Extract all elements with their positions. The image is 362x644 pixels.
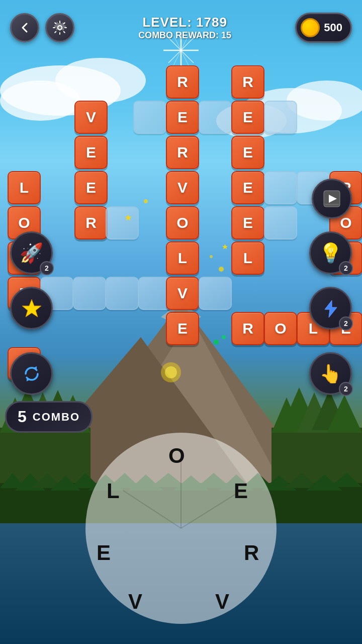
tile-r3c7: E bbox=[231, 136, 264, 169]
level-display: LEVEL: 1789 bbox=[138, 15, 231, 30]
video-button[interactable] bbox=[312, 179, 352, 219]
svg-line-69 bbox=[181, 491, 241, 528]
tile-r2c6-empty bbox=[199, 101, 232, 134]
wheel-letter-v1[interactable]: V bbox=[128, 590, 142, 614]
wheel-letter-v2[interactable]: V bbox=[215, 590, 229, 614]
combo-reward-display: COMBO REWARD: 15 bbox=[138, 30, 231, 41]
tile-r4c2: E bbox=[74, 171, 108, 204]
tile-r2c7: E bbox=[231, 101, 264, 134]
tile-r2c5: E bbox=[166, 101, 199, 134]
tile-r6c5: L bbox=[166, 242, 199, 275]
header: LEVEL: 1789 COMBO REWARD: 15 500 bbox=[0, 0, 362, 53]
tile-r8c8: O bbox=[264, 312, 297, 345]
svg-marker-64 bbox=[22, 299, 41, 317]
svg-marker-65 bbox=[33, 366, 37, 370]
rocket-button[interactable]: 🚀 2 bbox=[10, 231, 53, 274]
tile-r8c5: E bbox=[166, 312, 199, 345]
settings-button[interactable] bbox=[45, 13, 74, 42]
tile-r7c3-empty bbox=[73, 277, 106, 310]
tile-r6c7: L bbox=[231, 242, 264, 275]
rocket-badge: 2 bbox=[40, 261, 54, 275]
letter-wheel[interactable]: O L E E R V V bbox=[85, 433, 277, 624]
tile-r2c4-empty bbox=[133, 101, 166, 134]
tile-r5c3-empty bbox=[106, 206, 139, 239]
tile-r4c7: E bbox=[231, 171, 264, 204]
cursor-icon: 👆 bbox=[319, 363, 342, 384]
svg-marker-46 bbox=[329, 473, 362, 487]
wheel-letter-l[interactable]: L bbox=[107, 479, 120, 503]
svg-marker-66 bbox=[27, 377, 31, 381]
letter-wheel-container: O L E E R V V bbox=[80, 428, 282, 629]
coin-amount: 500 bbox=[324, 21, 342, 34]
tile-r1c5: R bbox=[166, 65, 199, 99]
tile-r4c1: L bbox=[8, 171, 41, 204]
tile-r5c2: R bbox=[74, 206, 108, 239]
tile-r3c5: R bbox=[166, 136, 199, 169]
tile-r2c8-empty bbox=[264, 101, 297, 134]
game-grid: R R V E E E R E L E V E R O R O E O V L … bbox=[0, 55, 362, 397]
tile-r1c7: R bbox=[231, 65, 264, 99]
tile-r3c2: E bbox=[74, 136, 108, 169]
tile-r4c8-empty bbox=[264, 171, 297, 204]
hint-button[interactable]: 💡 2 bbox=[309, 231, 352, 274]
tile-r7c4-empty bbox=[106, 277, 139, 310]
header-left-buttons bbox=[10, 13, 74, 42]
wheel-letter-o[interactable]: O bbox=[168, 444, 185, 468]
back-button[interactable] bbox=[10, 13, 39, 42]
tile-r5c5: O bbox=[166, 206, 199, 239]
lightning-badge: 2 bbox=[339, 316, 353, 331]
cursor-button[interactable]: 👆 2 bbox=[309, 352, 352, 395]
header-center: LEVEL: 1789 COMBO REWARD: 15 bbox=[138, 15, 231, 41]
tile-r5c8-empty bbox=[264, 206, 297, 239]
combo-number: 5 bbox=[18, 408, 27, 426]
wheel-letter-e1[interactable]: E bbox=[234, 479, 248, 503]
wheel-letter-r[interactable]: R bbox=[244, 541, 259, 565]
tile-r8c7: R bbox=[231, 312, 264, 345]
coin-display: 500 bbox=[295, 13, 352, 43]
wheel-letter-e2[interactable]: E bbox=[97, 541, 111, 565]
combo-badge: 5 COMBO bbox=[5, 401, 93, 433]
tile-r5c7: E bbox=[231, 206, 264, 239]
coin-icon bbox=[301, 18, 320, 37]
star-button[interactable] bbox=[10, 287, 53, 330]
svg-line-68 bbox=[123, 491, 181, 528]
tile-r7c6: V bbox=[166, 277, 199, 310]
combo-label: COMBO bbox=[33, 411, 80, 424]
cursor-badge: 2 bbox=[339, 382, 353, 396]
tile-r7c7-empty bbox=[199, 277, 232, 310]
svg-marker-63 bbox=[325, 300, 337, 317]
hint-badge: 2 bbox=[339, 261, 353, 275]
svg-rect-62 bbox=[325, 204, 339, 205]
hint-icon: 💡 bbox=[319, 242, 342, 264]
rocket-icon: 🚀 bbox=[20, 242, 43, 264]
refresh-button[interactable] bbox=[10, 352, 53, 395]
tile-r2c2: V bbox=[74, 101, 108, 134]
lightning-button[interactable]: 2 bbox=[309, 287, 352, 330]
tile-r4c5: V bbox=[166, 171, 199, 204]
